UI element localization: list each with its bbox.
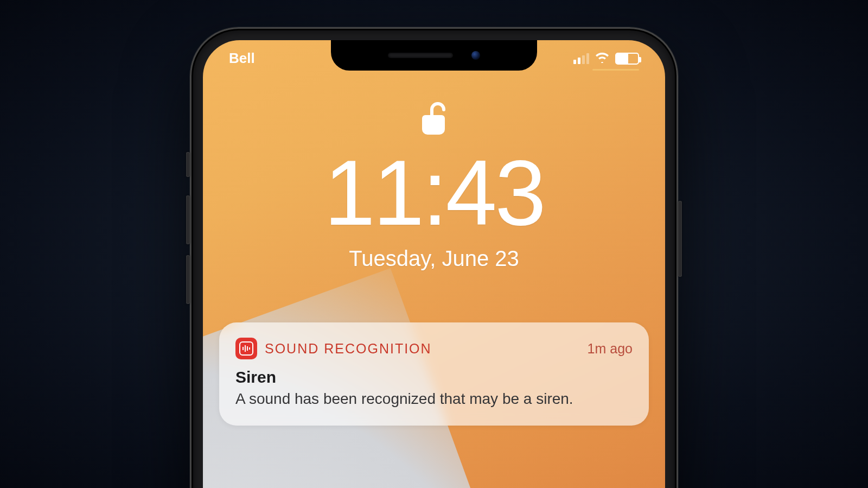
lock-screen: 11:43 Tuesday, June 23 (203, 100, 665, 271)
front-camera (471, 51, 480, 60)
silence-switch[interactable] (186, 152, 190, 177)
sound-recognition-icon (235, 338, 257, 359)
phone-frame: Bell (190, 27, 678, 488)
battery-icon (615, 53, 639, 65)
lock-date: Tuesday, June 23 (349, 246, 519, 271)
svg-rect-1 (242, 347, 244, 350)
status-underline (592, 69, 639, 71)
wifi-icon (595, 50, 610, 67)
screen[interactable]: Bell (203, 40, 665, 488)
lock-time: 11:43 (324, 147, 544, 239)
notch (331, 40, 537, 71)
carrier-label: Bell (229, 50, 255, 71)
notification-app-name: SOUND RECOGNITION (265, 341, 580, 357)
status-right (573, 50, 639, 71)
svg-rect-3 (247, 346, 248, 351)
svg-rect-0 (240, 342, 253, 355)
volume-up-button[interactable] (186, 195, 190, 244)
svg-rect-2 (245, 345, 246, 352)
notification-timestamp: 1m ago (588, 341, 633, 357)
power-button[interactable] (678, 201, 682, 277)
volume-down-button[interactable] (186, 255, 190, 304)
earpiece-speaker (388, 53, 453, 58)
notification-header: SOUND RECOGNITION 1m ago (235, 338, 633, 359)
unlock-icon (420, 100, 448, 137)
notification-title: Siren (235, 368, 633, 386)
notification-body: A sound has been recognized that may be … (235, 389, 633, 409)
notification-card[interactable]: SOUND RECOGNITION 1m ago Siren A sound h… (219, 322, 649, 426)
cellular-icon (573, 53, 589, 64)
svg-rect-4 (249, 347, 250, 350)
